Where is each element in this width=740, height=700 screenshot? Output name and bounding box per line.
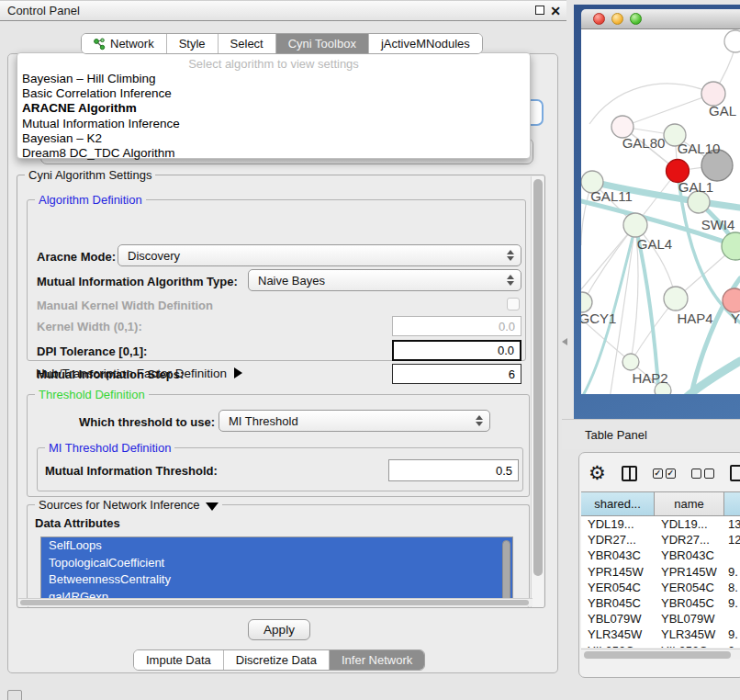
kernel-width-input[interactable] — [392, 316, 521, 336]
control-panel-tabs: Network Style Select Cyni Toolbox jActiv… — [81, 33, 483, 54]
network-canvas[interactable]: GAL GAL80 GAL10 GAL1 GAL11 GAL4 SWI4 GCY… — [581, 29, 740, 394]
node-label: GAL11 — [590, 188, 633, 204]
network-window-titlebar — [581, 9, 740, 29]
split-columns-icon[interactable] — [622, 466, 637, 481]
threshold-definition-title: Threshold Definition — [35, 388, 149, 401]
collapse-arrow-icon[interactable] — [206, 502, 219, 511]
dropdown-item-selected[interactable]: ARACNE Algorithm — [17, 101, 530, 116]
hub-section-label[interactable]: Hub/Transcription Factor Definition — [36, 367, 242, 380]
network-window: GAL GAL80 GAL10 GAL1 GAL11 GAL4 SWI4 GCY… — [574, 5, 740, 419]
dropdown-item[interactable]: Basic Correlation Inference — [17, 86, 530, 101]
deselect-all-checks-icon[interactable] — [691, 469, 714, 479]
network-graph: GAL GAL80 GAL10 GAL1 GAL11 GAL4 SWI4 GCY… — [581, 29, 740, 394]
table-toolbar: ⚙ ✓ ✓ — [589, 460, 740, 486]
which-threshold-label: Which threshold to use: — [79, 415, 215, 429]
dropdown-item[interactable]: Mutual Information Inference — [17, 117, 530, 131]
data-attributes-list: SelfLoops TopologicalCoefficient Between… — [40, 536, 513, 606]
table-row[interactable]: YBR043CYBR043C — [581, 548, 740, 563]
sources-title[interactable]: Sources for Network Inference — [35, 498, 222, 512]
select-all-checks-icon[interactable]: ✓ ✓ — [653, 469, 676, 479]
float-window-icon[interactable] — [535, 6, 544, 15]
algorithm-definition-group: Algorithm Definition Aracne Mode: Discov… — [27, 199, 526, 361]
apply-button[interactable]: Apply — [248, 619, 310, 640]
tab-style[interactable]: Style — [167, 34, 219, 53]
node-salmon[interactable] — [723, 288, 740, 312]
dropdown-item[interactable]: Bayesian – K2 — [17, 131, 530, 146]
dropdown-item[interactable]: Bayesian – Hill Climbing — [17, 72, 530, 86]
table-hscrollbar[interactable] — [581, 649, 740, 660]
tab-network[interactable]: Network — [82, 34, 167, 53]
mi-threshold-label: Mutual Information Threshold: — [45, 464, 218, 478]
table-row[interactable]: YIL052CYIL052C0. — [581, 643, 740, 649]
column-header-cut[interactable] — [724, 492, 740, 516]
node-label: Y — [731, 310, 740, 326]
settings-vscrollbar[interactable] — [531, 176, 544, 607]
kernel-width-label: Kernel Width (0,1): — [37, 320, 142, 333]
manual-kernel-label: Manual Kernel Width Definition — [37, 299, 213, 312]
tab-impute-data[interactable]: Impute Data — [134, 650, 224, 670]
node-label: HAP4 — [677, 310, 712, 326]
cyni-algorithm-settings-group: Cyni Algorithm Settings Algorithm Defini… — [17, 175, 545, 608]
node-label: GAL10 — [678, 141, 721, 156]
table-row[interactable]: YPR145WYPR145W9. — [581, 564, 740, 580]
table-row[interactable]: YBL079WYBL079W — [581, 611, 740, 627]
node-hap4[interactable] — [664, 287, 688, 310]
sources-group: Sources for Network Inference Data Attri… — [27, 504, 530, 607]
dropdown-placeholder: Select algorithm to view settings — [17, 56, 530, 72]
combo-arrows-icon — [507, 270, 514, 290]
tab-discretize-data[interactable]: Discretize Data — [224, 650, 330, 670]
data-attributes-label: Data Attributes — [35, 516, 120, 530]
close-traffic-light-icon[interactable] — [593, 13, 605, 25]
mi-threshold-input[interactable] — [388, 459, 519, 481]
tab-jactivemnodules[interactable]: jActiveMNodules — [369, 34, 482, 53]
dpi-tolerance-label: DPI Tolerance [0,1]: — [37, 344, 147, 358]
zoom-traffic-light-icon[interactable] — [630, 13, 642, 25]
table-panel-title: Table Panel — [585, 428, 647, 442]
column-header-name[interactable]: name — [655, 492, 724, 516]
table-panel-header: Table Panel — [562, 419, 740, 449]
dropdown-item[interactable]: Dream8 DC_TDC Algorithm — [17, 146, 530, 161]
bottom-corner-icon[interactable] — [7, 690, 22, 700]
tab-infer-network[interactable]: Infer Network — [330, 650, 424, 670]
tab-select[interactable]: Select — [219, 34, 276, 53]
table-row[interactable]: YBR045CYBR045C9. — [581, 595, 740, 611]
table-row[interactable]: YER054CYER054C8. — [581, 580, 740, 595]
splitter-collapse-icon[interactable] — [562, 338, 567, 345]
node-label: GAL — [709, 103, 736, 119]
mi-algorithm-type-combobox[interactable]: Naive Bayes — [248, 269, 521, 291]
node-label: HAP2 — [632, 370, 667, 386]
mode-tabs: Impute Data Discretize Data Infer Networ… — [133, 649, 425, 671]
node-unlabeled[interactable] — [724, 30, 740, 52]
column-header-shared[interactable]: shared... — [581, 492, 655, 516]
tab-cyni-toolbox[interactable]: Cyni Toolbox — [276, 34, 369, 53]
node-label: GAL80 — [622, 135, 666, 151]
combo-arrows-icon — [476, 411, 483, 431]
gear-icon[interactable]: ⚙ — [589, 464, 606, 482]
close-icon[interactable]: ✕ — [550, 6, 561, 17]
dpi-tolerance-input[interactable] — [392, 340, 521, 361]
table-panel: ⚙ ✓ ✓ shared... name YDL19...YDL19...13 … — [578, 452, 740, 678]
mi-steps-input[interactable] — [392, 364, 521, 384]
node-gcy1[interactable] — [581, 292, 592, 312]
document-icon[interactable] — [730, 465, 740, 481]
attribute-item-selected[interactable]: TopologicalCoefficient — [41, 555, 512, 572]
combo-arrows-icon — [507, 245, 514, 265]
threshold-definition-group: Threshold Definition Which threshold to … — [27, 394, 530, 497]
table-row[interactable]: YDL19...YDL19...13 — [581, 516, 740, 532]
node-gal4[interactable] — [623, 213, 647, 237]
mi-threshold-title: MI Threshold Definition — [45, 441, 174, 455]
minimize-traffic-light-icon[interactable] — [611, 13, 623, 25]
table-row[interactable]: YDR27...YDR27...12 — [581, 532, 740, 548]
algorithm-dropdown-list: Select algorithm to view settings Bayesi… — [17, 52, 531, 159]
manual-kernel-checkbox[interactable] — [507, 298, 520, 310]
expand-arrow-icon[interactable] — [234, 367, 242, 378]
node-hap2[interactable] — [622, 354, 639, 370]
settings-hscrollbar[interactable] — [18, 598, 533, 606]
table-row[interactable]: YLR345WYLR345W9. — [581, 627, 740, 642]
aracne-mode-combobox[interactable]: Discovery — [118, 244, 521, 266]
attribute-item-selected[interactable]: SelfLoops — [41, 537, 512, 555]
list-scrollbar[interactable] — [502, 540, 510, 603]
attribute-item-selected[interactable]: BetweennessCentrality — [41, 571, 512, 589]
aracne-mode-label: Aracne Mode: — [37, 250, 116, 264]
which-threshold-combobox[interactable]: MI Threshold — [219, 410, 490, 432]
